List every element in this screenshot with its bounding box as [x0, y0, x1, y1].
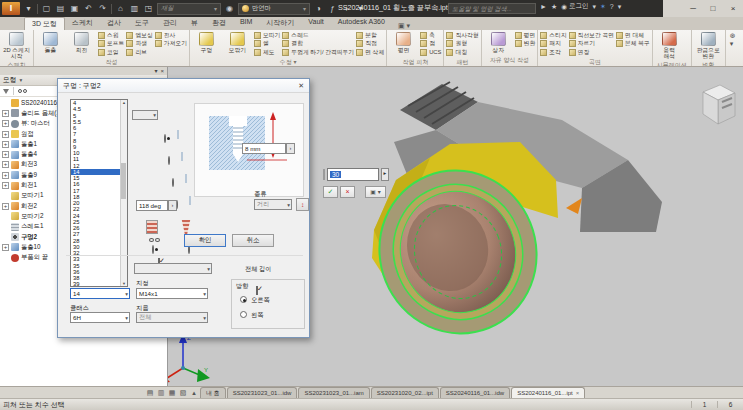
ribbon-small-button-스윕[interactable]: 스윕 [98, 31, 124, 40]
hud-spinner-icon[interactable]: ▸ [381, 168, 389, 181]
ribbon-button-sketch[interactable]: 2D 스케치 시작 [2, 31, 31, 60]
ribbon-tab-autodesk-a360[interactable]: Autodesk A360 [331, 17, 392, 30]
hud-cancel-button[interactable]: × [340, 186, 355, 198]
document-tab[interactable]: SS20231020_02...ipt [371, 387, 439, 398]
ribbon-button-box[interactable]: 상자 [484, 31, 513, 53]
ribbon-button-revolve[interactable]: 회전 [67, 31, 96, 53]
close-button[interactable]: × [723, 1, 743, 17]
ribbon-small-button-코일[interactable]: 코일 [98, 48, 124, 57]
diameter-combo[interactable]: 전체 [136, 312, 208, 323]
expand-icon[interactable]: + [2, 203, 9, 210]
hud-value-input[interactable]: 30 [327, 168, 379, 181]
favorites-star-icon[interactable]: ★ [551, 3, 557, 11]
size-option[interactable]: 39 [71, 281, 120, 287]
dialog-close-icon[interactable]: ✕ [298, 82, 304, 90]
scrollbar-thumb[interactable] [121, 163, 126, 199]
ribbon-small-button-로프트[interactable]: 로프트 [98, 40, 124, 49]
window-tile-icon[interactable]: ▥ [156, 387, 166, 398]
ribbon-small-button-스티치[interactable]: 스티치 [540, 31, 566, 40]
parameters-icon[interactable]: ƒ [327, 2, 338, 15]
filter-icon[interactable] [3, 89, 9, 94]
expand-icon[interactable]: + [2, 161, 9, 168]
hole-type-spotface-radio[interactable] [172, 178, 174, 187]
size-combo[interactable]: 14 [70, 288, 130, 299]
login-caret-icon[interactable]: ▾ [592, 3, 596, 11]
material-refresh-icon[interactable]: ◉ [224, 2, 235, 15]
ribbon-small-button-쉘[interactable]: 쉘 [254, 40, 280, 49]
new-file-icon[interactable]: ▢ [41, 2, 52, 15]
document-tab[interactable]: 내 홈 [200, 387, 226, 398]
ribbon-tab-관리[interactable]: 관리 [156, 17, 184, 30]
window-vertical-icon[interactable]: ▧ [178, 387, 188, 398]
document-tab[interactable]: SS20240116_01...ipt× [511, 387, 585, 398]
ribbon-button-fillet[interactable]: 모깎기 [223, 31, 252, 53]
depth-input[interactable]: 8 mm [242, 143, 286, 154]
properties-icon[interactable]: ▥ [129, 2, 140, 15]
ribbon-small-button-점[interactable]: 점 [420, 40, 441, 49]
ribbon-small-button-모따기[interactable]: 모따기 [254, 31, 280, 40]
direction-left-radio[interactable] [240, 311, 247, 318]
ribbon-tab-환경[interactable]: 환경 [205, 17, 233, 30]
ribbon-tab-검사[interactable]: 검사 [100, 17, 128, 30]
ribbon-small-button-리브[interactable]: 리브 [126, 48, 152, 57]
help-search-input[interactable] [448, 3, 536, 14]
appearance-adjust-icon[interactable]: ◑ [313, 2, 324, 15]
autodesk-x-icon[interactable]: ✶ [600, 3, 606, 11]
depth-flyout-icon[interactable]: › [286, 143, 295, 154]
ribbon-small-button-면-대체[interactable]: 면 대체 [616, 31, 650, 40]
ribbon-small-button-자르기[interactable]: 자르기 [569, 40, 614, 49]
hud-apply-button[interactable]: ✓ [323, 186, 338, 198]
ribbon-tab-bim[interactable]: BIM [233, 17, 259, 30]
ribbon-options-icon[interactable]: ⊛ ▾ [726, 30, 743, 66]
help-caret-icon[interactable]: ▾ [618, 3, 622, 11]
ribbon-small-button-엠보싱[interactable]: 엠보싱 [126, 31, 152, 40]
direction-right-radio[interactable] [240, 296, 247, 303]
ribbon-tab-3d-모형[interactable]: 3D 모형 [24, 17, 65, 30]
ribbon-small-button-결합[interactable]: 결합 [282, 40, 354, 49]
ribbon-small-button-대칭[interactable]: 대칭 [446, 48, 478, 57]
ok-button[interactable]: 확인 [184, 234, 226, 247]
angle-flyout-icon[interactable]: › [168, 200, 177, 211]
expand-icon[interactable]: + [2, 131, 9, 138]
expand-icon[interactable]: + [2, 244, 9, 251]
redo-icon[interactable]: ↷ [97, 2, 108, 15]
placement-combo[interactable] [132, 110, 158, 120]
undo-icon[interactable]: ↶ [83, 2, 94, 15]
ribbon-small-button-전사[interactable]: 전사 [155, 31, 187, 40]
ribbon-small-button-ucs[interactable]: UCS [420, 48, 441, 57]
send-icon[interactable]: ► [540, 3, 547, 10]
save-icon[interactable]: ▣ [69, 2, 80, 15]
ribbon-button-sheetmetal[interactable]: 판금으로 변환 [694, 31, 723, 60]
hole-type-counterbore-radio[interactable] [168, 156, 170, 165]
expand-icon[interactable]: + [2, 182, 9, 189]
hud-options-button[interactable]: ▣ ▾ [365, 186, 386, 198]
expand-icon[interactable]: + [2, 151, 9, 158]
help-icon[interactable]: ? [610, 3, 614, 10]
login-button[interactable]: ◉ 로그인 [561, 2, 588, 11]
ribbon-small-button-조각[interactable]: 조각 [540, 48, 566, 57]
minimize-button[interactable]: ─ [683, 1, 703, 17]
ribbon-small-button-연장[interactable]: 연장 [569, 48, 614, 57]
document-tab[interactable]: SS20231023_01...idw [227, 387, 298, 398]
ribbon-small-button-직선보간-곡면[interactable]: 직선보간 곡면 [569, 31, 614, 40]
model-3d-part[interactable] [330, 80, 675, 365]
open-file-icon[interactable]: ▤ [55, 2, 66, 15]
termination-combo[interactable]: 거리 [254, 199, 292, 210]
ribbon-small-button-축[interactable]: 축 [420, 31, 441, 40]
camera-icon[interactable]: ▣ ▾ [398, 22, 410, 30]
window-cascade-icon[interactable]: ▤ [145, 387, 155, 398]
ribbon-small-button-가져오기[interactable]: 가져오기 [155, 40, 187, 49]
ribbon-small-button-원형[interactable]: 원형 [446, 40, 478, 49]
ribbon-tab-도구[interactable]: 도구 [128, 17, 156, 30]
direction-arrow-icon[interactable] [566, 198, 582, 214]
expand-icon[interactable]: + [2, 120, 9, 127]
ribbon-small-button-파생[interactable]: 파생 [126, 40, 152, 49]
ribbon-small-button-분할[interactable]: 분할 [356, 31, 384, 40]
ribbon-small-button-평면[interactable]: 평면 [515, 31, 536, 40]
maximize-button[interactable]: □ [703, 1, 723, 17]
hole-type-drilled-radio[interactable] [164, 134, 166, 143]
ribbon-small-button-스레드[interactable]: 스레드 [282, 31, 354, 40]
cancel-button[interactable]: 취소 [232, 234, 274, 247]
expand-icon[interactable]: + [2, 110, 9, 117]
ribbon-tab-시작하기[interactable]: 시작하기 [259, 17, 301, 30]
